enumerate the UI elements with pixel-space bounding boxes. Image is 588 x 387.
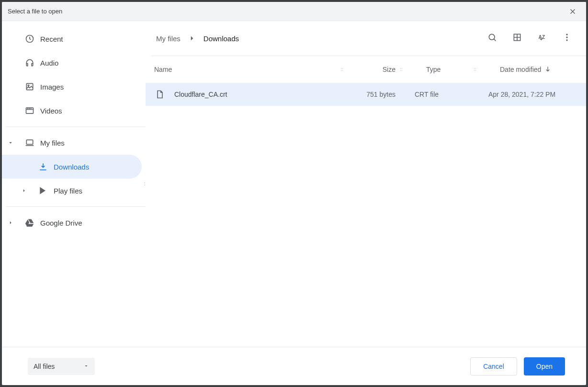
svg-point-23 [402, 70, 403, 71]
sort-az-icon: AZ [537, 33, 547, 44]
dialog-body: Recent Audio Images [2, 21, 586, 347]
sidebar-item-label: Images [40, 83, 64, 91]
sidebar-item-label: Audio [40, 59, 58, 67]
table-row[interactable]: Cloudflare_CA.crt 751 bytes CRT file Apr… [146, 83, 586, 106]
open-button[interactable]: Open [524, 357, 565, 376]
close-button[interactable] [565, 4, 580, 19]
search-icon [487, 33, 497, 44]
sidebar-separator [6, 126, 146, 127]
svg-point-9 [489, 34, 495, 40]
svg-point-15 [566, 39, 567, 41]
sidebar-item-audio[interactable]: Audio [2, 51, 146, 75]
column-resize-handle[interactable] [396, 67, 407, 72]
column-header-date[interactable]: Date modified [481, 65, 586, 74]
column-header-size[interactable]: Size [348, 66, 396, 73]
titlebar: Select a file to open [2, 2, 586, 21]
svg-rect-4 [26, 140, 33, 144]
file-type-filter[interactable]: All files [28, 358, 95, 375]
svg-point-20 [400, 68, 401, 69]
image-icon [19, 82, 40, 91]
footer: All files Cancel Open [2, 347, 586, 385]
footer-actions: Cancel Open [470, 357, 565, 376]
dialog-title: Select a file to open [8, 8, 62, 15]
chevron-right-icon [187, 34, 197, 43]
more-vert-icon [562, 33, 572, 44]
sidebar-resize-handle[interactable] [139, 177, 146, 191]
file-open-dialog: Select a file to open Recent Au [2, 2, 586, 385]
sidebar-item-label: Videos [40, 107, 62, 115]
sidebar-item-google-drive[interactable]: Google Drive [2, 211, 146, 235]
svg-point-25 [475, 68, 476, 69]
svg-point-14 [566, 36, 567, 38]
breadcrumb-item-current[interactable]: Downloads [199, 32, 244, 46]
file-date: Apr 28, 2021, 7:22 PM [458, 91, 586, 98]
svg-point-2 [28, 85, 29, 86]
chevron-right-icon[interactable] [2, 219, 19, 226]
breadcrumb: My files Downloads [151, 32, 479, 46]
toolbar: My files Downloads [146, 21, 586, 56]
column-resize-handle[interactable] [336, 67, 348, 72]
caret-down-icon [83, 363, 89, 370]
grid-icon [512, 33, 522, 44]
table-header: Name Size Type Date modified [146, 56, 586, 83]
download-icon [33, 162, 54, 171]
svg-point-19 [342, 70, 343, 71]
svg-point-16 [341, 68, 342, 69]
sort-button[interactable]: AZ [531, 27, 554, 50]
sidebar-item-label: Recent [40, 35, 63, 43]
filter-label: All files [34, 363, 55, 370]
sidebar-item-images[interactable]: Images [2, 75, 146, 99]
sidebar-separator [6, 206, 146, 207]
sidebar-item-play-files[interactable]: Play files [2, 179, 146, 203]
sidebar-item-label: My files [40, 139, 65, 147]
svg-point-24 [474, 68, 475, 69]
search-button[interactable] [481, 27, 504, 50]
google-play-icon [33, 186, 54, 195]
sidebar-item-my-files[interactable]: My files [2, 131, 146, 155]
view-toggle-button[interactable] [506, 27, 529, 50]
video-icon [19, 106, 40, 115]
chevron-down-icon[interactable] [2, 139, 19, 146]
column-header-date-label: Date modified [500, 66, 541, 73]
sidebar-item-label: Play files [54, 187, 82, 195]
column-header-type[interactable]: Type [407, 66, 469, 73]
sidebar-item-label: Downloads [54, 163, 89, 171]
svg-point-22 [400, 70, 401, 71]
svg-point-21 [402, 68, 403, 69]
svg-text:Z: Z [542, 34, 545, 40]
cancel-button[interactable]: Cancel [470, 357, 517, 376]
svg-point-17 [342, 68, 343, 69]
content-pane: My files Downloads [146, 21, 586, 347]
more-button[interactable] [555, 27, 578, 50]
svg-point-5 [144, 182, 145, 183]
chevron-right-icon[interactable] [15, 187, 33, 194]
sidebar-item-videos[interactable]: Videos [2, 99, 146, 123]
laptop-icon [19, 138, 40, 148]
svg-point-26 [474, 70, 475, 71]
sidebar-item-label: Google Drive [40, 219, 82, 227]
svg-point-7 [144, 184, 145, 185]
google-drive-icon [19, 218, 40, 228]
svg-point-13 [566, 34, 567, 35]
sidebar-item-downloads[interactable]: Downloads [2, 155, 142, 179]
file-icon [146, 90, 174, 99]
file-type: CRT file [396, 91, 458, 98]
breadcrumb-item-root[interactable]: My files [151, 32, 185, 46]
clock-icon [19, 34, 40, 44]
column-header-name[interactable]: Name [154, 66, 336, 73]
arrow-down-icon [544, 65, 552, 74]
file-size: 751 bytes [336, 91, 396, 98]
sidebar: Recent Audio Images [2, 21, 146, 347]
sidebar-item-recent[interactable]: Recent [2, 27, 146, 51]
svg-point-18 [341, 70, 342, 71]
headphones-icon [19, 58, 40, 68]
file-name: Cloudflare_CA.crt [174, 91, 336, 98]
svg-point-27 [475, 70, 476, 71]
column-resize-handle[interactable] [469, 67, 481, 72]
